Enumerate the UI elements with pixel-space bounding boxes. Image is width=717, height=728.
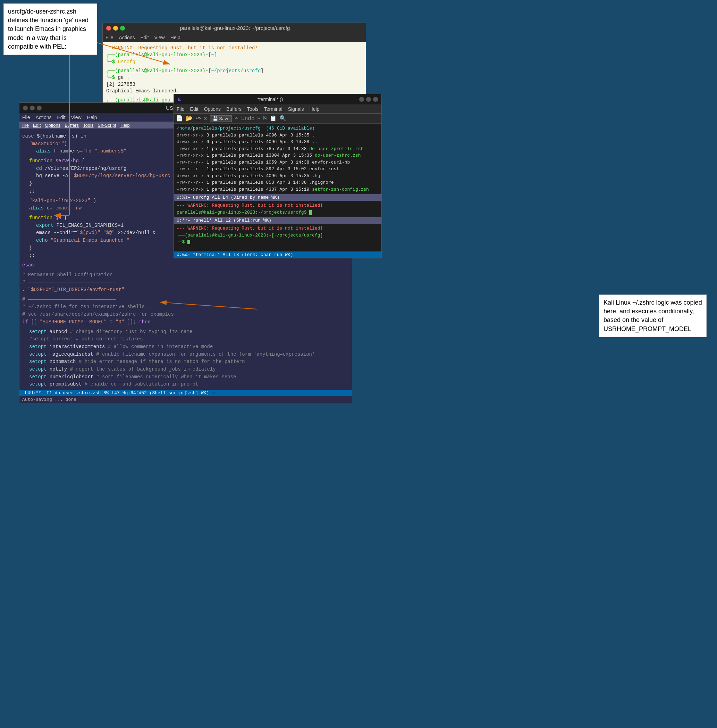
- file-row-1: drwxr-xr-x 6 parallels parallels 4096 Ap…: [177, 139, 378, 145]
- emacs-menu-options[interactable]: Options: [45, 122, 60, 128]
- t3-prompt: parallels@kali-gnu-linux-2023:~/projects…: [177, 209, 378, 216]
- t3-menu-signals[interactable]: Signals: [288, 106, 304, 112]
- terminal-3-menubar: File Edit Options Buffers Tools Terminal…: [174, 105, 381, 113]
- max-btn-1[interactable]: [120, 26, 125, 31]
- menu-file-1[interactable]: File: [105, 35, 113, 40]
- t3-terminal-content: --- WARNING: Requesting Rust, but it is …: [174, 224, 381, 251]
- close-btn-2[interactable]: [23, 106, 28, 110]
- menu-help-2[interactable]: Help: [87, 115, 97, 120]
- toolbar-folder-icon[interactable]: 🗁: [195, 115, 201, 122]
- emacs-menu-buffers[interactable]: Buffers: [64, 122, 79, 128]
- min-btn-2[interactable]: [30, 106, 35, 110]
- code-line-esac: esac: [22, 262, 349, 269]
- max-btn-3[interactable]: [373, 97, 378, 102]
- toolbar-new-icon[interactable]: 📄: [176, 115, 183, 122]
- file-row-8: -rwxr-xr-x 1 parallels parallels 4387 Ap…: [177, 186, 378, 193]
- min-btn-1[interactable]: [113, 26, 118, 31]
- file-row-2: -rwxr-xr-x 1 parallels parallels 785 Apr…: [177, 145, 378, 153]
- code-line-setopt8: setopt promptsubst # enable command subs…: [22, 381, 349, 388]
- code-line-comment3: # ——————————————————————————————: [22, 296, 349, 304]
- emacs-menu-file[interactable]: File: [21, 122, 29, 128]
- code-line-source: . "$USRHOME_DIR_USRCFG/envfor-rust": [22, 286, 349, 294]
- t3-warning2: --- WARNING: Requesting Rust, but it is …: [177, 225, 378, 232]
- file-row-5: -rw-r--r-- 1 parallels parallels 892 Apr…: [177, 166, 378, 173]
- t3-menu-help[interactable]: Help: [310, 106, 320, 112]
- code-line-if: if [[ "$USRHOME_PROMPT_MODEL" = "0" ]]; …: [22, 318, 349, 326]
- code-line-comment1: # Permanent Shell Configuration: [22, 271, 349, 279]
- emacs-menu-edit[interactable]: Edit: [33, 122, 41, 128]
- window-controls-1: [106, 26, 125, 31]
- terminal-window-3: ε *terminal* () File Edit Options Buffer…: [174, 94, 382, 258]
- toolbar-close-icon[interactable]: ✕: [204, 115, 207, 122]
- max-btn-2[interactable]: [37, 106, 42, 110]
- file-listing-header: /home/parallels/projects/usrcfg: (46 GiB…: [177, 125, 378, 132]
- mini-buffer-text: Auto-saving ... done: [22, 397, 76, 402]
- emacs-icon: ε: [177, 96, 181, 103]
- toolbar-open-icon[interactable]: 📂: [186, 115, 192, 122]
- annotation-text-1: usrcfg/do-user-zshrc.zsh defines the fun…: [8, 8, 88, 50]
- menu-actions-2[interactable]: Actions: [36, 115, 52, 120]
- file-row-3: -rwxr-xr-x 1 parallels parallels 13004 A…: [177, 152, 378, 159]
- terminal-3-toolbar: 📄 📂 🗁 ✕ 💾 Save ↶ Undo ✂ ⎘ 📋 🔍: [174, 113, 381, 124]
- code-line-comment4: # ~/.zshrc file for zsh interactive shel…: [22, 303, 349, 311]
- toolbar-save-btn[interactable]: 💾 Save: [210, 115, 232, 122]
- t3-warning: --- WARNING: Requesting Rust, but it is …: [177, 202, 378, 209]
- t3-menu-file[interactable]: File: [177, 106, 185, 112]
- file-row-7: -rw-r--r-- 1 parallels parallels 853 Apr…: [177, 179, 378, 186]
- emacs-menu-shscript[interactable]: Sh-Script: [98, 122, 116, 128]
- t3-menu-options[interactable]: Options: [204, 106, 221, 112]
- code-line-setopt2: #setopt correct # auto correct mistakes: [22, 335, 349, 343]
- code-line-comment5: # see /usr/share/doc/zsh/examples/zshrc …: [22, 311, 349, 318]
- t3-prompt2: ┌──(parallels@kali-gnu-linux-2023)-[~/pr…: [177, 232, 378, 239]
- menu-actions-1[interactable]: Actions: [119, 35, 135, 40]
- code-line-setopt3: setopt interactivecomments # allow comme…: [22, 343, 349, 351]
- terminal-3-title: *terminal* (): [257, 96, 283, 102]
- emacs-menu-help[interactable]: Help: [121, 122, 130, 128]
- terminal-1-title: parallels@kali-gnu-linux-2023: ~/project…: [125, 25, 345, 31]
- t3-menu-terminal[interactable]: Terminal: [264, 106, 282, 112]
- t3-status2: U:**– *shell* All L2 (Shell:run WK): [174, 217, 381, 224]
- annotation-bubble-1: usrcfg/do-user-zshrc.zsh defines the fun…: [3, 3, 97, 55]
- t3-shell-content: --- WARNING: Requesting Rust, but it is …: [174, 201, 381, 217]
- menu-file-2[interactable]: File: [22, 115, 30, 120]
- annotation-text-2: Kali Linux ~/.zshrc logic was copied her…: [604, 299, 702, 332]
- file-row-4: -rw-r--r-- 1 parallels parallels 1059 Ap…: [177, 159, 378, 166]
- toolbar-cut-icon[interactable]: ✂: [258, 115, 261, 122]
- t1-line-warning: — WARNING: Requesting Rust, but it is no…: [106, 44, 362, 52]
- t3-prompt2b: └─$: [177, 239, 378, 246]
- window-controls-3: [359, 97, 378, 102]
- toolbar-undo-icon[interactable]: ↶ Undo: [235, 115, 255, 122]
- terminal-3-titlebar: ε *terminal* (): [174, 94, 381, 105]
- t3-status3: U:%%– *terminal* All L3 (Term: char run …: [174, 251, 381, 258]
- close-btn-1[interactable]: [106, 26, 111, 31]
- menu-help-1[interactable]: Help: [170, 35, 180, 40]
- menu-view-2[interactable]: View: [71, 115, 82, 120]
- toolbar-search-icon[interactable]: 🔍: [279, 115, 286, 122]
- close-btn-3[interactable]: [359, 97, 364, 102]
- code-line-setopt4: setopt magicequalsubst # enable filename…: [22, 351, 349, 358]
- terminal-1-titlebar: parallels@kali-gnu-linux-2023: ~/project…: [103, 23, 366, 33]
- t3-status1: U:%%– usrcfg All L4 (Dired by name WK): [174, 194, 381, 201]
- t3-menu-buffers[interactable]: Buffers: [226, 106, 241, 112]
- t1-line-prompt2b: └─$ ge .: [106, 74, 362, 81]
- file-listing-content: /home/parallels/projects/usrcfg: (46 GiB…: [174, 124, 381, 194]
- t1-line-prompt2a: ┌──(parallels@kali-gnu-linux-2023)-[~/pr…: [106, 68, 362, 75]
- menu-edit-1[interactable]: Edit: [140, 35, 148, 40]
- file-row-0: drwxr-xr-x 3 parallels parallels 4096 Ap…: [177, 132, 378, 139]
- toolbar-paste-icon[interactable]: 📋: [270, 115, 277, 122]
- terminal-1-menubar: File Actions Edit View Help: [103, 33, 366, 42]
- status-bar-text: -UUU:**- F1 do-user-zshrc.zsh 8% L47 Hg:…: [22, 390, 217, 396]
- toolbar-copy-icon[interactable]: ⎘: [263, 115, 267, 122]
- emacs-menu-tools[interactable]: Tools: [83, 122, 93, 128]
- window-controls-2: [23, 106, 42, 110]
- code-line-setopt6: setopt notify # report the status of bac…: [22, 366, 349, 373]
- file-row-6: drwxr-xr-x 5 parallels parallels 4096 Ap…: [177, 173, 378, 180]
- emacs-status-bar: -UUU:**- F1 do-user-zshrc.zsh 8% L47 Hg:…: [20, 390, 352, 396]
- menu-edit-2[interactable]: Edit: [57, 115, 65, 120]
- code-line-comment2: # ——————————————————————————————: [22, 278, 349, 286]
- t1-line-prompt1b: └─$ usrcfg: [106, 59, 362, 66]
- menu-view-1[interactable]: View: [154, 35, 165, 40]
- min-btn-3[interactable]: [366, 97, 371, 102]
- t3-menu-tools[interactable]: Tools: [247, 106, 259, 112]
- t3-menu-edit[interactable]: Edit: [190, 106, 198, 112]
